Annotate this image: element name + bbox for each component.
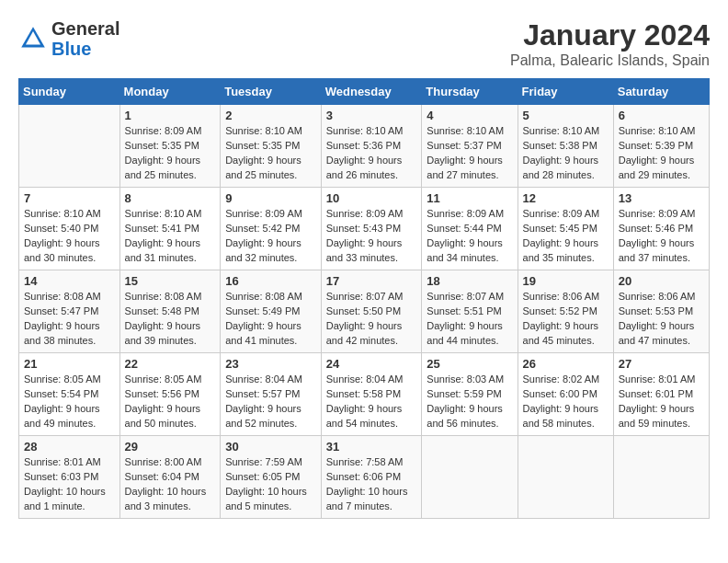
day-info: Sunrise: 8:07 AM Sunset: 5:50 PM Dayligh… (326, 290, 417, 349)
day-number: 12 (523, 191, 609, 205)
day-info: Sunrise: 8:05 AM Sunset: 5:54 PM Dayligh… (24, 373, 115, 431)
day-info: Sunrise: 8:09 AM Sunset: 5:43 PM Dayligh… (326, 207, 417, 266)
calendar-cell: 12Sunrise: 8:09 AM Sunset: 5:45 PM Dayli… (518, 188, 613, 270)
calendar-cell: 6Sunrise: 8:10 AM Sunset: 5:39 PM Daylig… (613, 105, 709, 188)
day-info: Sunrise: 8:06 AM Sunset: 5:52 PM Dayligh… (523, 290, 609, 349)
day-info: Sunrise: 8:10 AM Sunset: 5:40 PM Dayligh… (24, 207, 115, 266)
calendar-cell: 4Sunrise: 8:10 AM Sunset: 5:37 PM Daylig… (422, 105, 518, 188)
day-info: Sunrise: 8:08 AM Sunset: 5:47 PM Dayligh… (24, 290, 115, 349)
day-number: 30 (225, 440, 316, 454)
day-number: 5 (523, 109, 609, 122)
day-number: 1 (125, 109, 216, 122)
day-info: Sunrise: 8:03 AM Sunset: 5:59 PM Dayligh… (427, 373, 512, 431)
calendar-cell: 15Sunrise: 8:08 AM Sunset: 5:48 PM Dayli… (119, 270, 221, 353)
week-row-1: 1Sunrise: 8:09 AM Sunset: 5:35 PM Daylig… (19, 105, 710, 188)
calendar-cell: 7Sunrise: 8:10 AM Sunset: 5:40 PM Daylig… (19, 188, 120, 270)
calendar-cell: 2Sunrise: 8:10 AM Sunset: 5:35 PM Daylig… (221, 105, 322, 188)
calendar-cell: 3Sunrise: 8:10 AM Sunset: 5:36 PM Daylig… (321, 105, 422, 188)
calendar-cell: 27Sunrise: 8:01 AM Sunset: 6:01 PM Dayli… (613, 353, 709, 436)
header-cell-friday: Friday (518, 79, 613, 105)
day-info: Sunrise: 8:08 AM Sunset: 5:49 PM Dayligh… (225, 290, 316, 349)
day-info: Sunrise: 7:58 AM Sunset: 6:06 PM Dayligh… (326, 455, 417, 514)
calendar-cell: 11Sunrise: 8:09 AM Sunset: 5:44 PM Dayli… (422, 188, 518, 270)
calendar-cell: 29Sunrise: 8:00 AM Sunset: 6:04 PM Dayli… (119, 436, 221, 519)
day-number: 6 (619, 109, 704, 122)
calendar-table: SundayMondayTuesdayWednesdayThursdayFrid… (18, 78, 710, 519)
day-number: 22 (125, 357, 216, 371)
day-info: Sunrise: 8:01 AM Sunset: 6:03 PM Dayligh… (24, 455, 115, 514)
calendar-cell: 8Sunrise: 8:10 AM Sunset: 5:41 PM Daylig… (119, 188, 221, 270)
day-number: 17 (326, 274, 417, 288)
day-info: Sunrise: 8:10 AM Sunset: 5:37 PM Dayligh… (427, 124, 512, 183)
day-number: 11 (427, 191, 512, 205)
day-info: Sunrise: 8:04 AM Sunset: 5:58 PM Dayligh… (326, 373, 417, 431)
day-info: Sunrise: 8:05 AM Sunset: 5:56 PM Dayligh… (125, 373, 216, 431)
calendar-cell (613, 436, 709, 519)
day-info: Sunrise: 8:06 AM Sunset: 5:53 PM Dayligh… (619, 290, 704, 349)
calendar-cell: 25Sunrise: 8:03 AM Sunset: 5:59 PM Dayli… (422, 353, 518, 436)
day-number: 14 (24, 274, 115, 288)
header-cell-tuesday: Tuesday (221, 79, 322, 105)
calendar-cell: 13Sunrise: 8:09 AM Sunset: 5:46 PM Dayli… (613, 188, 709, 270)
calendar-cell: 5Sunrise: 8:10 AM Sunset: 5:38 PM Daylig… (518, 105, 613, 188)
day-number: 18 (427, 274, 512, 288)
day-number: 15 (125, 274, 216, 288)
day-number: 10 (326, 191, 417, 205)
day-info: Sunrise: 8:01 AM Sunset: 6:01 PM Dayligh… (619, 373, 704, 431)
day-number: 7 (24, 191, 115, 205)
day-number: 23 (225, 357, 316, 371)
calendar-header: SundayMondayTuesdayWednesdayThursdayFrid… (19, 79, 710, 105)
calendar-cell: 30Sunrise: 7:59 AM Sunset: 6:05 PM Dayli… (221, 436, 322, 519)
day-info: Sunrise: 8:10 AM Sunset: 5:41 PM Dayligh… (125, 207, 216, 266)
calendar-cell (518, 436, 613, 519)
day-info: Sunrise: 8:09 AM Sunset: 5:45 PM Dayligh… (523, 207, 609, 266)
week-row-4: 21Sunrise: 8:05 AM Sunset: 5:54 PM Dayli… (19, 353, 710, 436)
calendar-cell: 10Sunrise: 8:09 AM Sunset: 5:43 PM Dayli… (321, 188, 422, 270)
calendar-cell (422, 436, 518, 519)
day-info: Sunrise: 8:10 AM Sunset: 5:36 PM Dayligh… (326, 124, 417, 183)
header-row: SundayMondayTuesdayWednesdayThursdayFrid… (19, 79, 710, 105)
day-info: Sunrise: 8:09 AM Sunset: 5:35 PM Dayligh… (125, 124, 216, 183)
calendar-cell: 18Sunrise: 8:07 AM Sunset: 5:51 PM Dayli… (422, 270, 518, 353)
day-info: Sunrise: 8:04 AM Sunset: 5:57 PM Dayligh… (225, 373, 316, 431)
calendar-body: 1Sunrise: 8:09 AM Sunset: 5:35 PM Daylig… (19, 105, 710, 519)
logo-general: General (51, 18, 119, 39)
day-info: Sunrise: 8:10 AM Sunset: 5:39 PM Dayligh… (619, 124, 704, 183)
day-number: 3 (326, 109, 417, 122)
calendar-cell: 20Sunrise: 8:06 AM Sunset: 5:53 PM Dayli… (613, 270, 709, 353)
day-number: 9 (225, 191, 316, 205)
week-row-5: 28Sunrise: 8:01 AM Sunset: 6:03 PM Dayli… (19, 436, 710, 519)
day-number: 8 (125, 191, 216, 205)
header-cell-monday: Monday (119, 79, 221, 105)
day-info: Sunrise: 8:09 AM Sunset: 5:42 PM Dayligh… (225, 207, 316, 266)
calendar-cell: 9Sunrise: 8:09 AM Sunset: 5:42 PM Daylig… (221, 188, 322, 270)
day-number: 29 (125, 440, 216, 454)
calendar-cell: 23Sunrise: 8:04 AM Sunset: 5:57 PM Dayli… (221, 353, 322, 436)
week-row-3: 14Sunrise: 8:08 AM Sunset: 5:47 PM Dayli… (19, 270, 710, 353)
day-info: Sunrise: 8:09 AM Sunset: 5:44 PM Dayligh… (427, 207, 512, 266)
logo: General Blue (18, 18, 119, 59)
calendar-cell: 19Sunrise: 8:06 AM Sunset: 5:52 PM Dayli… (518, 270, 613, 353)
calendar-cell: 24Sunrise: 8:04 AM Sunset: 5:58 PM Dayli… (321, 353, 422, 436)
calendar-cell: 16Sunrise: 8:08 AM Sunset: 5:49 PM Dayli… (221, 270, 322, 353)
day-number: 31 (326, 440, 417, 454)
calendar-cell: 26Sunrise: 8:02 AM Sunset: 6:00 PM Dayli… (518, 353, 613, 436)
logo-blue: Blue (51, 39, 91, 59)
day-number: 20 (619, 274, 704, 288)
day-number: 19 (523, 274, 609, 288)
day-number: 2 (225, 109, 316, 122)
calendar-cell: 22Sunrise: 8:05 AM Sunset: 5:56 PM Dayli… (119, 353, 221, 436)
day-info: Sunrise: 8:10 AM Sunset: 5:35 PM Dayligh… (225, 124, 316, 183)
day-number: 25 (427, 357, 512, 371)
day-info: Sunrise: 8:10 AM Sunset: 5:38 PM Dayligh… (523, 124, 609, 183)
day-number: 13 (619, 191, 704, 205)
calendar-cell: 28Sunrise: 8:01 AM Sunset: 6:03 PM Dayli… (19, 436, 120, 519)
day-number: 24 (326, 357, 417, 371)
main-title: January 2024 (510, 18, 710, 52)
week-row-2: 7Sunrise: 8:10 AM Sunset: 5:40 PM Daylig… (19, 188, 710, 270)
calendar-cell (19, 105, 120, 188)
header-cell-thursday: Thursday (422, 79, 518, 105)
logo-icon (18, 24, 48, 53)
day-number: 27 (619, 357, 704, 371)
day-number: 28 (24, 440, 115, 454)
